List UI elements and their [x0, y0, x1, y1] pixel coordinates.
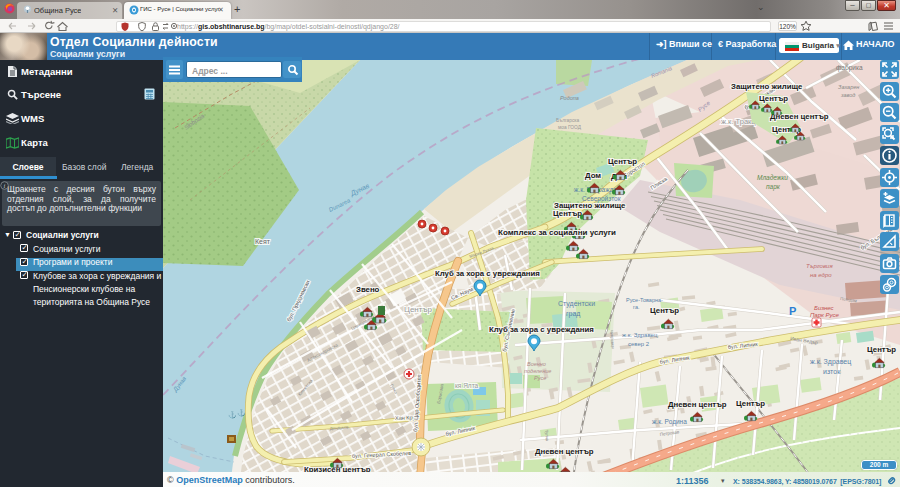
svg-text:Бизнес: Бизнес — [814, 305, 834, 311]
svg-text:Военно: Военно — [527, 361, 546, 367]
svg-text:кя Ялта: кя Ялта — [455, 382, 479, 389]
svg-text:Център: Център — [553, 209, 582, 218]
svg-text:Център: Център — [736, 399, 765, 408]
svg-text:Звено: Звено — [356, 285, 380, 294]
svg-text:Българска: Българска — [556, 118, 580, 123]
svg-text:Кеят: Кеят — [255, 238, 271, 245]
svg-text:га.: га. — [633, 304, 640, 310]
svg-text:Защитено жилище: Защитено жилище — [731, 82, 803, 91]
svg-text:Парк Русе: Парк Русе — [810, 312, 840, 318]
svg-text:Клуб за хора с увреждания: Клуб за хора с увреждания — [435, 269, 540, 278]
svg-text:Клуб за хора с увреждания: Клуб за хора с увреждания — [489, 325, 594, 334]
svg-text:Дневен център: Дневен център — [535, 447, 594, 456]
svg-text:Родопа: Родопа — [560, 95, 579, 101]
svg-text:Русе: Русе — [534, 375, 546, 381]
svg-text:P: P — [789, 305, 796, 317]
svg-text:север 2: север 2 — [628, 341, 650, 347]
svg-text:i: i — [4, 182, 6, 189]
svg-text:Комплекс за социални услуги: Комплекс за социални услуги — [498, 228, 616, 237]
svg-text:Младежки: Младежки — [757, 174, 788, 181]
svg-text:изток: изток — [823, 368, 841, 375]
svg-text:Студентски: Студентски — [558, 300, 595, 308]
svg-text:Тулча: Тулча — [544, 430, 550, 442]
svg-text:Центъp: Центъp — [404, 305, 432, 314]
svg-text:Търговия: Търговия — [806, 263, 833, 269]
svg-text:Захарен: Захарен — [838, 84, 859, 90]
svg-text:моа ГООД: моа ГООД — [558, 125, 582, 130]
svg-text:ж.к. Здравец: ж.к. Здравец — [810, 358, 851, 366]
svg-text:Дневен център: Дневен център — [668, 400, 727, 409]
svg-text:Центъp: Центъp — [650, 306, 679, 315]
svg-text:град: град — [566, 310, 580, 318]
svg-text:завод: завод — [840, 92, 855, 98]
svg-text:⚓: ⚓ — [228, 410, 237, 419]
svg-text:фабрика: фабрика — [836, 64, 863, 72]
svg-text:ж.к. Здравец: ж.к. Здравец — [622, 332, 658, 338]
svg-text:Дом: Дом — [585, 171, 601, 180]
svg-text:Център: Център — [608, 157, 637, 166]
svg-text:⚓: ⚓ — [237, 408, 246, 417]
svg-text:Русе-Товарна-: Русе-Товарна- — [626, 297, 663, 303]
svg-text:Център: Център — [867, 345, 896, 354]
svg-text:поделение: поделение — [524, 368, 551, 374]
svg-text:парк: парк — [766, 183, 781, 191]
svg-text:на едро: на едро — [810, 272, 832, 278]
svg-text:ж.к. Родина: ж.к. Родина — [652, 418, 687, 426]
svg-text:Център: Център — [759, 94, 788, 103]
